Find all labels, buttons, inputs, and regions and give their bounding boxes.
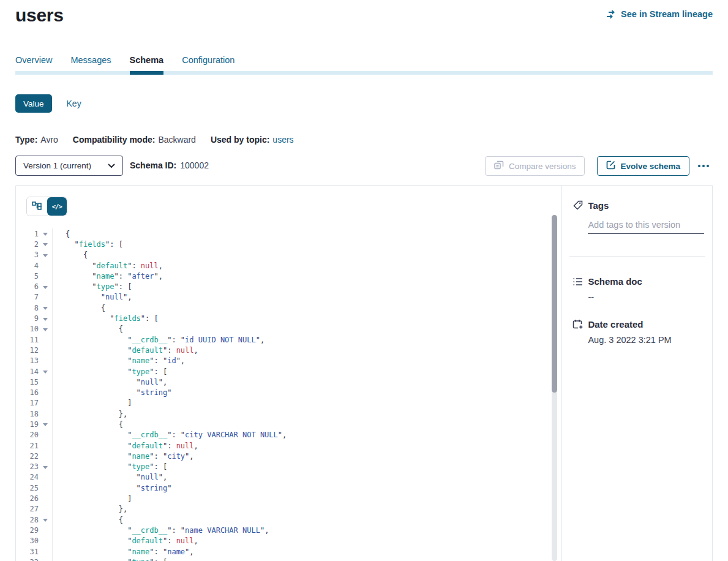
code-text: "null",	[52, 472, 167, 483]
code-line: 31 "name": "name",	[16, 546, 549, 557]
fold-gutter	[39, 387, 52, 397]
line-number: 17	[16, 399, 39, 407]
line-number: 13	[16, 356, 39, 365]
fold-gutter[interactable]	[39, 557, 52, 561]
code-line: 3 {	[16, 250, 549, 260]
see-in-stream-lineage-label: See in Stream lineage	[621, 9, 713, 19]
fold-arrow-icon[interactable]	[43, 466, 48, 469]
code-line: 30 "default": null,	[16, 536, 549, 546]
fold-gutter[interactable]	[39, 239, 52, 249]
evolve-schema-label: Evolve schema	[620, 162, 680, 171]
schema-actions: Compare versions Evolve schema	[485, 156, 713, 176]
code-text: ]	[52, 493, 132, 503]
fold-gutter[interactable]	[39, 462, 52, 472]
code-line: 7 "null",	[16, 292, 549, 303]
fold-gutter	[39, 525, 52, 535]
fold-gutter	[39, 493, 52, 503]
line-number: 10	[16, 325, 39, 333]
sidebar-divider	[569, 256, 705, 257]
code-line: 19 {	[16, 419, 549, 429]
code-text: },	[52, 504, 127, 514]
line-number: 11	[16, 336, 39, 344]
line-number: 23	[16, 462, 39, 471]
code-text: {	[52, 228, 70, 239]
code-line: 28 {	[16, 514, 549, 525]
fold-gutter	[39, 409, 52, 419]
tab-configuration[interactable]: Configuration	[182, 55, 235, 75]
tree-view-button[interactable]	[27, 197, 47, 216]
key-toggle-link[interactable]: Key	[67, 99, 81, 108]
code-line: 16 "string"	[16, 387, 549, 397]
type-meta: Type: Avro	[15, 135, 58, 145]
code-line: 32 "type": [	[16, 557, 549, 561]
fold-gutter[interactable]	[39, 250, 52, 260]
code-text: "__crdb__": "id UUID NOT NULL",	[52, 334, 265, 345]
line-number: 5	[16, 272, 39, 280]
value-toggle-button[interactable]: Value	[15, 94, 52, 113]
fold-gutter	[39, 440, 52, 451]
fold-gutter[interactable]	[39, 366, 52, 377]
compare-versions-label: Compare versions	[509, 162, 576, 171]
code-text: "name": "city",	[52, 451, 194, 461]
fold-gutter	[39, 536, 52, 546]
tab-overview[interactable]: Overview	[15, 55, 52, 75]
fold-gutter[interactable]	[39, 313, 52, 323]
fold-arrow-icon[interactable]	[43, 519, 48, 522]
code-text: "string"	[52, 387, 171, 397]
tab-messages[interactable]: Messages	[70, 55, 111, 75]
code-view-button[interactable]: </>	[47, 197, 67, 216]
fold-arrow-icon[interactable]	[43, 233, 48, 236]
line-number: 2	[16, 240, 39, 249]
version-dropdown[interactable]: Version 1 (current)	[15, 156, 123, 176]
edit-square-icon	[606, 160, 615, 171]
fold-arrow-icon[interactable]	[43, 307, 48, 310]
line-number: 1	[16, 230, 39, 238]
fold-arrow-icon[interactable]	[43, 371, 48, 374]
see-in-stream-lineage-link[interactable]: See in Stream lineage	[606, 9, 713, 19]
fold-arrow-icon[interactable]	[43, 243, 48, 246]
tab-schema[interactable]: Schema	[130, 55, 164, 75]
compare-versions-button[interactable]: Compare versions	[485, 156, 585, 176]
code-line: 9 "fields": [	[16, 313, 549, 323]
line-number: 9	[16, 314, 39, 323]
code-text: "type": [	[52, 366, 167, 377]
editor-scrollbar-thumb[interactable]	[552, 215, 557, 393]
fold-gutter[interactable]	[39, 514, 52, 525]
page-title: users	[15, 5, 64, 26]
code-text: {	[52, 419, 123, 429]
date-created-title: Date created	[588, 319, 643, 329]
value-key-toggle: Value Key	[15, 94, 81, 113]
schema-id-label: Schema ID:	[130, 160, 176, 170]
evolve-schema-button[interactable]: Evolve schema	[597, 156, 689, 176]
more-options-button[interactable]	[694, 156, 713, 176]
used-by-topic-link[interactable]: users	[272, 135, 293, 145]
fold-gutter[interactable]	[39, 228, 52, 239]
schema-doc-value: --	[588, 292, 712, 302]
code-lines: 1{2 "fields": [3 {4 "default": null,5 "n…	[16, 228, 549, 561]
tag-icon	[572, 200, 584, 211]
tree-view-icon	[32, 201, 42, 212]
fold-arrow-icon[interactable]	[43, 318, 48, 321]
fold-arrow-icon[interactable]	[43, 328, 48, 331]
code-text: "type": [	[52, 281, 132, 292]
calendar-add-icon	[572, 319, 584, 329]
fold-arrow-icon[interactable]	[43, 286, 48, 289]
fold-gutter[interactable]	[39, 281, 52, 292]
line-number: 27	[16, 505, 39, 513]
fold-gutter[interactable]	[39, 419, 52, 429]
fold-arrow-icon[interactable]	[43, 254, 48, 257]
line-number: 7	[16, 293, 39, 301]
line-number: 4	[16, 262, 39, 270]
fold-gutter[interactable]	[39, 303, 52, 313]
code-line: 1{	[16, 228, 549, 239]
fold-gutter	[39, 472, 52, 483]
fold-gutter	[39, 430, 52, 440]
code-text: "type": [	[52, 557, 167, 561]
code-line: 18 },	[16, 409, 549, 419]
code-line: 26 ]	[16, 493, 549, 503]
fold-gutter[interactable]	[39, 324, 52, 334]
tags-input[interactable]	[588, 219, 704, 234]
line-number: 16	[16, 388, 39, 397]
line-number: 29	[16, 526, 39, 535]
fold-arrow-icon[interactable]	[43, 423, 48, 426]
